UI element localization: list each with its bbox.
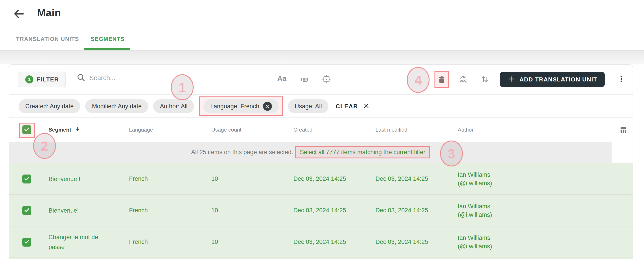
page-band xyxy=(0,51,644,65)
author-name: Ian Williams xyxy=(458,170,612,179)
page-title: Main xyxy=(37,7,61,19)
column-header-last-modified[interactable]: Last modified xyxy=(368,127,450,133)
usage-count-cell: 10 xyxy=(204,238,286,245)
whole-word-icon[interactable] xyxy=(300,75,309,84)
clear-x-icon xyxy=(363,103,369,110)
author-handle: (@i.williams) xyxy=(458,210,612,219)
annotation-number: 4 xyxy=(414,73,422,88)
usage-count-cell: 10 xyxy=(204,207,286,214)
table-row[interactable]: Bienvenue! French 10 Dec 03, 2024 14:25 … xyxy=(10,195,632,226)
column-header-language[interactable]: Language xyxy=(121,127,204,133)
author-handle: (@i.williams) xyxy=(458,242,612,250)
toolbar: 1 FILTER Aa xyxy=(10,65,632,95)
filter-count-badge: 1 xyxy=(25,75,33,84)
arrow-left-icon xyxy=(13,17,24,20)
segment-cell: Changer le mot de passe xyxy=(41,232,121,252)
annotation-number: 2 xyxy=(41,138,48,153)
tab-segments[interactable]: SEGMENTS xyxy=(91,36,124,42)
remove-language-filter-icon[interactable] xyxy=(263,102,272,111)
annotation-box-delete xyxy=(434,71,449,88)
plus-icon xyxy=(507,75,515,84)
column-header-segment[interactable]: Segment xyxy=(41,126,121,134)
chip-language-label: Language: French xyxy=(210,103,259,110)
checkmark-icon xyxy=(24,238,30,246)
author-name: Ian Williams xyxy=(458,202,612,210)
table-row[interactable]: Bienvenue ! French 10 Dec 03, 2024 14:25… xyxy=(10,163,632,195)
last-modified-cell: Dec 03, 2024 14:25 xyxy=(368,238,450,245)
filter-button-label: FILTER xyxy=(37,76,59,83)
column-header-segment-label: Segment xyxy=(48,127,71,133)
sort-desc-icon xyxy=(74,126,80,134)
created-cell: Dec 03, 2024 14:25 xyxy=(286,238,368,245)
chip-usage[interactable]: Usage: All xyxy=(288,99,329,113)
column-header-created[interactable]: Created xyxy=(286,127,368,133)
annotation-circle-1: 1 xyxy=(171,74,194,100)
usage-count-cell: 10 xyxy=(204,175,286,182)
selection-frame-icon[interactable] xyxy=(322,75,331,84)
segments-page: Main TRANSLATION UNITS SEGMENTS 1 FILTER… xyxy=(0,0,644,260)
search-input[interactable] xyxy=(90,74,183,82)
chip-author-label: Author: All xyxy=(160,103,188,110)
checkmark-icon xyxy=(24,175,30,183)
segments-card: 1 FILTER Aa xyxy=(9,65,633,260)
annotation-number: 3 xyxy=(448,146,455,161)
chip-modified[interactable]: Modified: Any date xyxy=(85,99,148,113)
row-checkbox[interactable] xyxy=(22,174,31,183)
match-case-icon[interactable]: Aa xyxy=(277,74,286,83)
table-row[interactable]: Changer le mot de passe French 10 Dec 03… xyxy=(10,226,632,258)
segment-cell: Bienvenue! xyxy=(41,206,121,215)
find-replace-icon[interactable] xyxy=(458,75,467,84)
annotation-number: 1 xyxy=(179,80,186,95)
row-checkbox[interactable] xyxy=(22,206,31,215)
author-name: Ian Williams xyxy=(458,233,612,242)
filter-button[interactable]: 1 FILTER xyxy=(18,72,66,87)
language-cell: French xyxy=(121,175,204,182)
chip-modified-label: Modified: Any date xyxy=(92,103,142,110)
annotation-box-select-all-link: Select all 7777 items matching the curre… xyxy=(296,146,430,158)
annotation-box-select-all-checkbox xyxy=(19,123,35,138)
column-header-author[interactable]: Author xyxy=(450,127,612,133)
search-box xyxy=(76,73,183,83)
more-options-icon[interactable] xyxy=(617,75,626,84)
chip-language[interactable]: Language: French xyxy=(204,99,278,113)
clear-filters-label: CLEAR xyxy=(336,103,358,110)
selection-banner: All 25 items on this page are selected. … xyxy=(10,142,612,163)
chip-author[interactable]: Author: All xyxy=(153,99,194,113)
language-cell: French xyxy=(121,238,204,245)
created-cell: Dec 03, 2024 14:25 xyxy=(286,175,368,182)
annotation-circle-4: 4 xyxy=(407,67,430,93)
row-checkbox[interactable] xyxy=(22,238,31,246)
annotation-box-language-chip: Language: French xyxy=(199,96,283,116)
back-button[interactable] xyxy=(13,8,24,20)
table-header-row: Segment Language Usage count Created Las… xyxy=(10,118,632,142)
checkmark-icon xyxy=(24,207,30,214)
selection-banner-text: All 25 items on this page are selected. xyxy=(191,149,293,156)
chip-created[interactable]: Created: Any date xyxy=(18,99,80,113)
language-cell: French xyxy=(121,207,204,214)
add-translation-unit-label: ADD TRANSLATION UNIT xyxy=(520,76,597,83)
last-modified-cell: Dec 03, 2024 14:25 xyxy=(368,207,450,214)
column-header-usage-count[interactable]: Usage count xyxy=(204,127,286,133)
chip-created-label: Created: Any date xyxy=(25,103,74,110)
select-all-matching-link[interactable]: Select all 7777 items matching the curre… xyxy=(300,149,425,156)
column-settings-icon[interactable] xyxy=(619,126,628,134)
author-handle: (@i.williams) xyxy=(458,179,612,187)
clear-filters-button[interactable]: CLEAR xyxy=(336,103,369,110)
sort-icon[interactable] xyxy=(480,75,489,84)
last-modified-cell: Dec 03, 2024 14:25 xyxy=(368,175,450,182)
annotation-circle-3: 3 xyxy=(440,141,463,166)
tab-translation-units[interactable]: TRANSLATION UNITS xyxy=(16,36,79,42)
created-cell: Dec 03, 2024 14:25 xyxy=(286,207,368,214)
segment-cell: Bienvenue ! xyxy=(41,174,121,184)
annotation-circle-2: 2 xyxy=(33,133,56,159)
next-row-sliver xyxy=(10,258,632,259)
table-body: Bienvenue ! French 10 Dec 03, 2024 14:25… xyxy=(10,163,632,259)
search-icon xyxy=(76,73,86,83)
chip-usage-label: Usage: All xyxy=(295,103,322,110)
filter-chips-row: Created: Any date Modified: Any date Aut… xyxy=(18,95,369,117)
add-translation-unit-button[interactable]: ADD TRANSLATION UNIT xyxy=(500,72,605,87)
